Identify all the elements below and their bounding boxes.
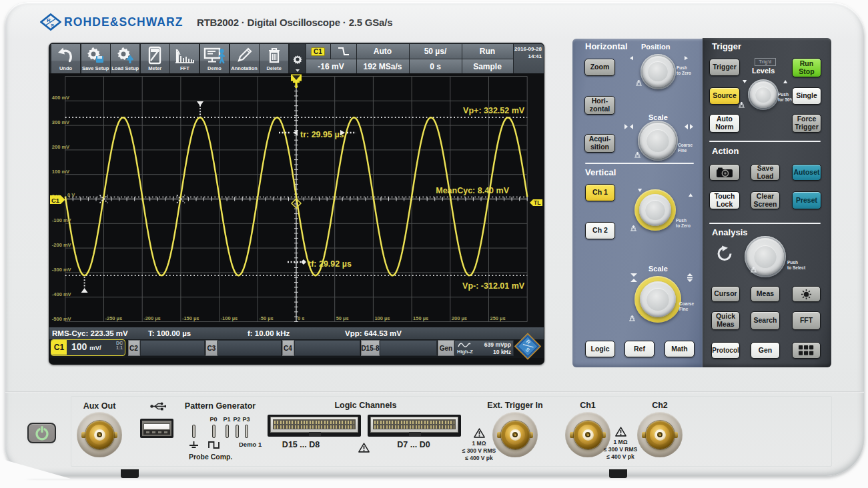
svg-text:-200 µs: -200 µs [143,315,161,321]
svg-text:-150 µs: -150 µs [182,315,199,321]
svg-text:200 mV: 200 mV [52,144,69,150]
svg-text:100 µs: 100 µs [374,315,390,321]
svg-text:-500 mV: -500 mV [52,316,71,322]
svg-text:250 µs: 250 µs [490,315,506,321]
svg-text:S: S [51,23,55,29]
svg-text:-50 µs: -50 µs [259,315,273,321]
svg-text:MeanCyc: 8.40 mV: MeanCyc: 8.40 mV [436,186,509,195]
svg-text:tf: 29.92 µs: tf: 29.92 µs [308,259,352,269]
svg-text:-400 mV: -400 mV [52,291,71,297]
svg-text:-200 mV: -200 mV [52,242,71,248]
svg-text:0 s: 0 s [298,315,304,321]
svg-text:TL: TL [534,199,540,206]
svg-text:300 mV: 300 mV [52,119,69,125]
svg-text:-250 µs: -250 µs [105,315,123,321]
svg-text:tr: 29.95 µs: tr: 29.95 µs [300,130,344,139]
svg-text:Vp-: -312.01 mV: Vp-: -312.01 mV [462,281,525,291]
svg-text:C1: C1 [51,197,60,204]
svg-text:400 mV: 400 mV [52,95,69,101]
svg-text:Vp+: 332.52 mV: Vp+: 332.52 mV [463,106,525,115]
svg-text:200 µs: 200 µs [452,315,467,321]
svg-text:150 µs: 150 µs [413,315,428,321]
svg-text:100 mV: 100 mV [52,169,69,175]
svg-text:-100 mV: -100 mV [52,217,71,223]
svg-text:-300 mV: -300 mV [52,267,71,273]
svg-text:0 V: 0 V [67,192,75,198]
svg-text:50 µs: 50 µs [336,315,349,321]
svg-text:-100 µs: -100 µs [221,315,238,321]
